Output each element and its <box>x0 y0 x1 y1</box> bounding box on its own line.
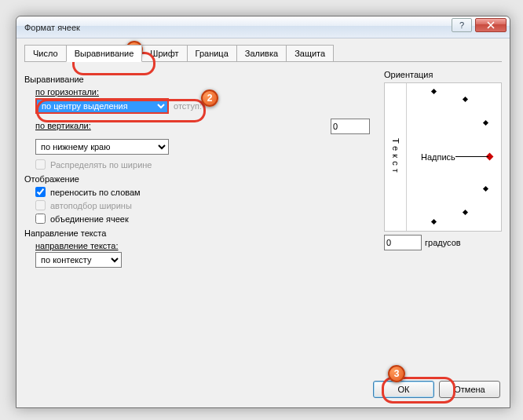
tab-alignment[interactable]: Выравнивание <box>66 45 143 62</box>
alignment-group-title: Выравнивание <box>24 75 370 84</box>
dialog-footer: ОК Отмена <box>373 381 500 398</box>
merge-label: объединение ячеек <box>50 214 129 224</box>
window-title: Формат ячеек <box>24 23 80 32</box>
vertical-select[interactable]: по нижнему краю <box>35 139 169 155</box>
horizontal-select[interactable]: по центру выделения <box>35 98 169 114</box>
orientation-point-icon <box>463 210 468 215</box>
wrap-checkbox[interactable] <box>35 187 46 197</box>
svg-text:?: ? <box>459 21 464 29</box>
shrink-checkbox <box>35 200 46 210</box>
orientation-point-icon <box>483 186 488 192</box>
dialog-body: Число Выравнивание Шрифт Граница Заливка… <box>16 38 510 276</box>
content-columns: Выравнивание по горизонтали: по центру в… <box>24 70 502 268</box>
orientation-dial[interactable]: Надпись <box>407 83 501 231</box>
justify-checkbox <box>35 159 46 170</box>
indent-label: отступ: <box>174 101 202 111</box>
left-column: Выравнивание по горизонтали: по центру в… <box>24 70 370 268</box>
titlebar: Формат ячеек ? <box>16 16 510 38</box>
direction-label: направление текста: <box>35 241 370 250</box>
tab-strip: Число Выравнивание Шрифт Граница Заливка… <box>24 45 502 62</box>
tab-protection[interactable]: Защита <box>286 45 334 61</box>
tab-number[interactable]: Число <box>24 45 67 61</box>
direction-group-title: Направление текста <box>24 228 370 238</box>
tab-border[interactable]: Граница <box>187 45 237 61</box>
dialog-window: Формат ячеек ? Число Выравнивание Шрифт … <box>16 16 510 408</box>
orientation-point-icon <box>431 219 437 225</box>
orientation-vertical-text: Текст <box>391 138 400 176</box>
orientation-point-icon <box>463 97 468 102</box>
vertical-label: по вертикали: <box>35 121 91 130</box>
right-column: Ориентация Текст Надпись <box>384 70 502 268</box>
shrink-label: автоподбор ширины <box>50 201 132 210</box>
orientation-diag-label: Надпись <box>421 152 455 162</box>
close-button[interactable] <box>475 18 507 32</box>
tab-font[interactable]: Шрифт <box>141 45 187 61</box>
window-buttons: ? <box>452 18 507 32</box>
cancel-button[interactable]: Отмена <box>439 381 500 398</box>
indent-input[interactable] <box>331 119 370 134</box>
orientation-point-icon <box>483 120 488 126</box>
orientation-vertical-text-box[interactable]: Текст <box>385 83 407 231</box>
tab-fill[interactable]: Заливка <box>236 45 287 61</box>
degrees-input[interactable] <box>384 235 422 250</box>
display-group-title: Отображение <box>24 174 370 184</box>
degrees-label: градусов <box>425 238 461 247</box>
horizontal-label: по горизонтали: <box>35 87 370 97</box>
orientation-line-icon <box>455 156 488 157</box>
justify-label: Распределять по ширине <box>50 160 152 170</box>
orientation-box[interactable]: Текст Надпись <box>384 82 502 232</box>
ok-button[interactable]: ОК <box>373 381 434 398</box>
merge-checkbox[interactable] <box>35 214 46 224</box>
orientation-point-icon <box>431 89 437 94</box>
help-button[interactable]: ? <box>452 18 472 32</box>
wrap-label: переносить по словам <box>50 188 141 197</box>
direction-select[interactable]: по контексту <box>35 252 122 268</box>
orientation-group-title: Ориентация <box>384 70 502 79</box>
